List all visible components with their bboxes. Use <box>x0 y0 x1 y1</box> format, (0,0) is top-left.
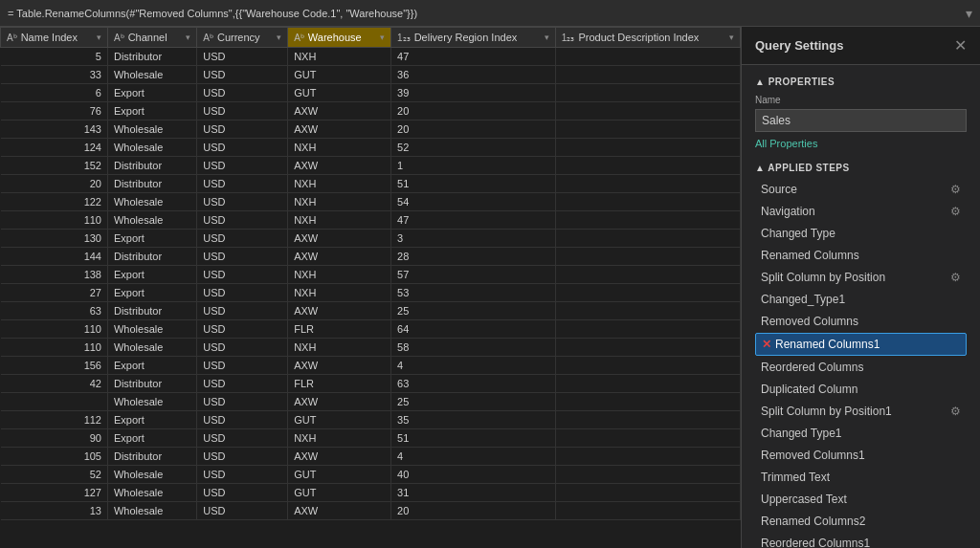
table-row: 20DistributorUSDNXH51 <box>1 175 741 193</box>
col-header-currency[interactable]: Aᵇ Currency ▾ <box>197 28 288 48</box>
col-dropdown-icon-product-description-index[interactable]: ▾ <box>729 33 734 42</box>
step-gear-icon-split-column-by-position1[interactable]: ⚙ <box>950 405 961 418</box>
col-label-product-description-index: Product Description Index <box>578 32 725 43</box>
col-dropdown-icon-warehouse[interactable]: ▾ <box>380 33 385 42</box>
cell-r15-c2: USD <box>197 320 288 339</box>
col-header-warehouse[interactable]: Aᵇ Warehouse ▾ <box>288 28 391 48</box>
cell-r24-c1: Wholesale <box>107 484 196 502</box>
col-dropdown-icon-name-index[interactable]: ▾ <box>97 33 101 42</box>
step-item-split-column-by-position[interactable]: Split Column by Position⚙ <box>755 267 967 288</box>
cell-r0-c5 <box>555 48 740 66</box>
name-input[interactable] <box>755 109 967 132</box>
col-header-delivery-region-index[interactable]: 1₂₃ Delivery Region Index ▾ <box>391 28 556 48</box>
table-row: 110WholesaleUSDFLR64 <box>1 320 741 339</box>
data-table: Aᵇ Name Index ▾ Aᵇ Channel ▾ Aᵇ Currency… <box>0 27 741 520</box>
cell-r21-c3: NXH <box>288 429 391 448</box>
cell-r11-c5 <box>555 248 740 266</box>
col-header-name-index[interactable]: Aᵇ Name Index ▾ <box>1 28 108 48</box>
cell-r14-c2: USD <box>197 302 288 320</box>
cell-r18-c2: USD <box>197 375 288 393</box>
step-label-removed-columns: Removed Columns <box>761 315 858 328</box>
step-item-renamed-columns1[interactable]: ✕ Renamed Columns1 <box>755 333 967 356</box>
step-item-reordered-columns[interactable]: Reordered Columns <box>755 357 967 378</box>
cell-r23-c5 <box>555 466 740 484</box>
all-properties-link[interactable]: All Properties <box>755 138 967 149</box>
step-gear-icon-navigation[interactable]: ⚙ <box>950 205 961 218</box>
col-label-currency: Currency <box>217 32 273 43</box>
cell-r23-c2: USD <box>197 466 288 484</box>
cell-r15-c5 <box>555 320 740 339</box>
col-type-icon-product-description-index: 1₂₃ <box>562 33 575 43</box>
cell-r19-c5 <box>555 393 740 411</box>
cell-r17-c2: USD <box>197 357 288 375</box>
col-dropdown-icon-currency[interactable]: ▾ <box>277 33 281 42</box>
step-item-duplicated-column[interactable]: Duplicated Column <box>755 379 967 400</box>
cell-r7-c1: Distributor <box>107 175 196 193</box>
step-item-navigation[interactable]: Navigation⚙ <box>755 201 967 222</box>
cell-r22-c0: 105 <box>1 448 108 466</box>
step-item-trimmed-text[interactable]: Trimmed Text <box>755 467 967 488</box>
step-label-split-column-by-position1: Split Column by Position1 <box>761 405 892 418</box>
table-row: 156ExportUSDAXW4 <box>1 357 741 375</box>
step-label-changed-type: Changed Type <box>761 227 835 240</box>
cell-r3-c2: USD <box>197 102 288 121</box>
cell-r23-c4: 40 <box>391 466 556 484</box>
cell-r13-c3: NXH <box>288 284 391 302</box>
step-gear-icon-source[interactable]: ⚙ <box>950 183 961 196</box>
cell-r14-c1: Distributor <box>107 302 196 320</box>
step-item-changed-type[interactable]: Changed Type <box>755 223 967 244</box>
step-item-renamed-columns2[interactable]: Renamed Columns2 <box>755 511 967 532</box>
applied-steps-header: ▲ APPLIED STEPS <box>755 163 967 173</box>
cell-r8-c2: USD <box>197 193 288 211</box>
step-item-reordered-columns1[interactable]: Reordered Columns1 <box>755 533 967 548</box>
cell-r5-c3: NXH <box>288 139 391 157</box>
cell-r1-c3: GUT <box>288 66 391 84</box>
cell-r2-c0: 6 <box>1 84 108 102</box>
cell-r4-c3: AXW <box>288 121 391 139</box>
data-table-wrapper[interactable]: Aᵇ Name Index ▾ Aᵇ Channel ▾ Aᵇ Currency… <box>0 27 741 548</box>
cell-r16-c1: Wholesale <box>107 339 196 357</box>
cell-r12-c1: Export <box>107 266 196 284</box>
cell-r4-c2: USD <box>197 121 288 139</box>
step-gear-icon-split-column-by-position[interactable]: ⚙ <box>950 271 961 284</box>
cell-r6-c0: 152 <box>1 157 108 175</box>
cell-r24-c2: USD <box>197 484 288 502</box>
table-row: 52WholesaleUSDGUT40 <box>1 466 741 484</box>
cell-r8-c5 <box>555 193 740 211</box>
step-item-uppercased-text[interactable]: Uppercased Text <box>755 489 967 510</box>
col-label-delivery-region-index: Delivery Region Index <box>414 32 541 43</box>
table-row: 63DistributorUSDAXW25 <box>1 302 741 320</box>
cell-r12-c2: USD <box>197 266 288 284</box>
cell-r21-c0: 90 <box>1 429 108 448</box>
cell-r8-c4: 54 <box>391 193 556 211</box>
step-item-changed-type2[interactable]: Changed Type1 <box>755 423 967 444</box>
step-item-removed-columns1[interactable]: Removed Columns1 <box>755 445 967 466</box>
col-dropdown-icon-channel[interactable]: ▾ <box>186 33 190 42</box>
close-button[interactable]: ✕ <box>954 38 967 54</box>
formula-bar-expand-icon[interactable]: ▾ <box>966 6 972 21</box>
cell-r2-c4: 39 <box>391 84 556 102</box>
step-label-source: Source <box>761 183 797 196</box>
table-row: 138ExportUSDNXH57 <box>1 266 741 284</box>
table-row: 33WholesaleUSDGUT36 <box>1 66 741 84</box>
col-header-product-description-index[interactable]: 1₂₃ Product Description Index ▾ <box>555 28 740 48</box>
table-row: 110WholesaleUSDNXH47 <box>1 211 741 230</box>
cell-r11-c4: 28 <box>391 248 556 266</box>
step-item-renamed-columns[interactable]: Renamed Columns <box>755 245 967 266</box>
table-row: 122WholesaleUSDNXH54 <box>1 193 741 211</box>
col-dropdown-icon-delivery-region-index[interactable]: ▾ <box>545 33 549 42</box>
cell-r1-c1: Wholesale <box>107 66 196 84</box>
step-item-removed-columns[interactable]: Removed Columns <box>755 311 967 332</box>
cell-r3-c3: AXW <box>288 102 391 121</box>
step-item-split-column-by-position1[interactable]: Split Column by Position1⚙ <box>755 401 967 422</box>
step-label-changed-type1: Changed_Type1 <box>761 293 845 306</box>
table-row: 152DistributorUSDAXW1 <box>1 157 741 175</box>
step-item-changed-type1[interactable]: Changed_Type1 <box>755 289 967 310</box>
col-header-channel[interactable]: Aᵇ Channel ▾ <box>107 28 196 48</box>
table-row: 5DistributorUSDNXH47 <box>1 48 741 66</box>
cell-r18-c1: Distributor <box>107 375 196 393</box>
cell-r7-c2: USD <box>197 175 288 193</box>
cell-r25-c0: 13 <box>1 502 108 520</box>
cell-r25-c1: Wholesale <box>107 502 196 520</box>
step-item-source[interactable]: Source⚙ <box>755 179 967 200</box>
